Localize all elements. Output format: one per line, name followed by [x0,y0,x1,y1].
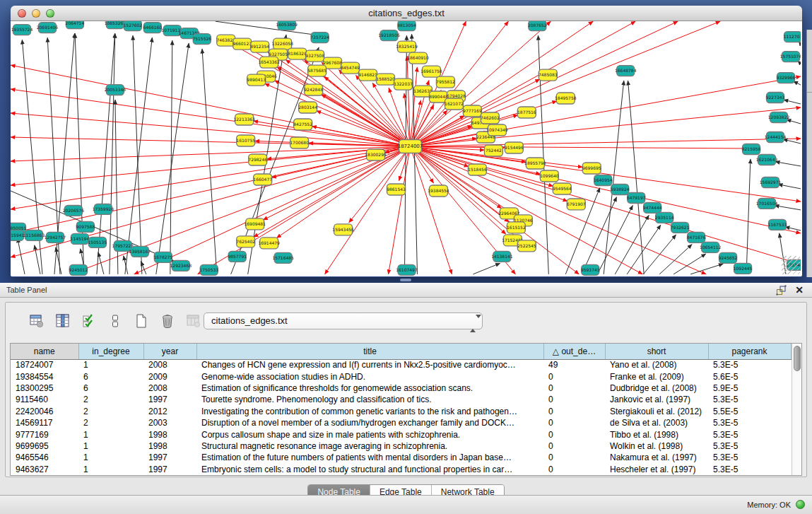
table-mode-button[interactable] [27,311,47,331]
citation-edge[interactable] [410,146,801,233]
table-toolbar: ƒ(x) [27,310,230,332]
cell-out_degree: 0 [543,370,605,382]
table-gear-icon [29,313,45,329]
window-resize-grip[interactable] [782,256,800,274]
cell-in_degree: 1 [78,359,143,370]
citation-edge[interactable] [202,49,217,274]
citation-edge[interactable] [627,225,661,274]
table-row[interactable]: 1872400712008Changes of HCN gene express… [11,359,791,370]
citation-edge[interactable] [11,137,410,146]
citation-edge[interactable] [410,146,519,240]
close-panel-icon[interactable]: ✕ [795,284,804,297]
citation-edge[interactable] [254,121,411,146]
table-row[interactable]: 977716911998Corpus callosum shape and si… [11,428,791,440]
citation-edge[interactable] [410,139,801,146]
cell-name: 9115460 [11,394,78,405]
citation-edge[interactable] [18,238,25,274]
table-scrollbar-thumb[interactable] [794,346,801,371]
table-row[interactable]: 946362711997Embryonic stem cells: a mode… [11,464,791,475]
column-header-short[interactable]: short [605,344,708,359]
table-row[interactable]: 1830029562008Estimation of significance … [11,382,791,394]
create-column-button[interactable] [131,311,151,331]
column-header-year[interactable]: year [143,344,196,359]
citation-edge[interactable] [322,95,411,146]
column-header-out_degree[interactable]: △ out_de… [543,344,605,359]
network-file-select[interactable]: citations_edges.txt [204,313,483,329]
citation-edge[interactable] [778,185,801,189]
citation-edge[interactable] [615,215,649,274]
table-row[interactable]: 1938455462009Genome-wide association stu… [11,370,791,382]
citation-edge[interactable] [784,100,801,104]
graph-node-label: 1145194 [71,236,90,241]
cell-out_degree: 0 [543,428,605,440]
citation-edge[interactable] [643,235,676,274]
cell-year: 1997 [143,452,196,463]
citation-edge[interactable] [11,113,410,146]
citation-edge[interactable] [124,256,128,274]
graph-node-label: 20206576 [63,208,85,213]
citation-edge[interactable] [746,159,751,274]
cell-short: Jankovic et al. (1997) [605,394,708,405]
citation-edge[interactable] [317,111,411,146]
cell-pagerank: 5.3E-5 [708,428,791,440]
citation-edge[interactable] [325,146,411,274]
citation-edge[interactable] [265,83,411,146]
column-header-title[interactable]: title [196,344,543,359]
graph-node-label: 1877516 [517,110,536,115]
citation-edge[interactable] [11,146,410,161]
zoom-window-button[interactable] [46,9,54,18]
minimize-window-button[interactable] [32,9,40,18]
citation-edge[interactable] [133,35,142,274]
column-header-in_degree[interactable]: in_degree [78,344,143,359]
memory-status-icon[interactable] [796,500,805,509]
cell-title: Tourette syndrome. Phenomenology and cla… [196,394,543,405]
select-columns-button[interactable] [79,311,99,331]
delete-column-button[interactable] [158,311,177,331]
network-file-select-value: citations_edges.txt [211,315,288,326]
network-window-titlebar[interactable]: citations_edges.txt [11,6,802,21]
cell-short: Hescheler et al. (1997) [605,464,708,475]
table-row[interactable]: 2242004622012Investigating the contribut… [11,406,791,417]
split-pane-grip[interactable] [400,279,411,281]
citation-edge[interactable] [690,264,723,274]
table-row[interactable]: 946554611997Estimation of the future num… [11,452,791,463]
table-row[interactable]: 969969511998Structural magnetic resonanc… [11,440,791,452]
citation-edge[interactable] [775,206,801,210]
float-panel-icon[interactable] [776,285,787,296]
graph-node-label: 9227343 [766,95,785,100]
table-header-row: namein_degreeyeartitle△ out_de…shortpage… [11,344,791,359]
citation-edge[interactable] [775,162,801,166]
show-column-button[interactable] [53,311,73,331]
citation-edge[interactable] [582,197,616,274]
row-height-button[interactable] [105,311,125,331]
table-row[interactable]: 911546021997Tourette syndrome. Phenomeno… [11,394,791,405]
citation-edge[interactable] [389,146,411,274]
graph-node-label: 18724007 [398,144,423,149]
citation-edge[interactable] [783,139,801,144]
citation-edge[interactable] [216,21,317,35]
column-header-pagerank[interactable]: pagerank [708,344,791,359]
cell-title: Genome-wide association studies in ADHD. [196,370,543,382]
citation-edge[interactable] [410,146,748,148]
cell-name: 18300295 [11,382,78,394]
graph-node-label: 13226058 [271,41,293,46]
citation-edge[interactable] [787,119,801,124]
citation-edge[interactable] [410,146,801,264]
graph-node-label: 7462602 [481,115,500,120]
network-canvas[interactable]: 1935572420691406206471410653267152760264… [11,21,801,276]
table-scrollbar[interactable] [792,344,802,475]
citation-edge[interactable] [473,263,500,274]
cell-year: 1998 [143,440,196,452]
close-window-button[interactable] [18,9,26,18]
column-header-name[interactable]: name [11,344,78,359]
cell-out_degree: 0 [543,382,605,394]
graph-node-label: 9097588 [76,224,95,229]
table-body: 1872400712008Changes of HCN gene express… [11,359,791,475]
citation-edge[interactable] [156,43,189,274]
citation-edge[interactable] [785,227,801,230]
citation-edge[interactable] [170,40,172,274]
graph-node-label: 7625402 [236,239,255,244]
table-row[interactable]: 1456911722003Disruption of a novel membe… [11,417,791,428]
citation-edge[interactable] [597,205,632,274]
citation-edge[interactable] [11,146,410,233]
